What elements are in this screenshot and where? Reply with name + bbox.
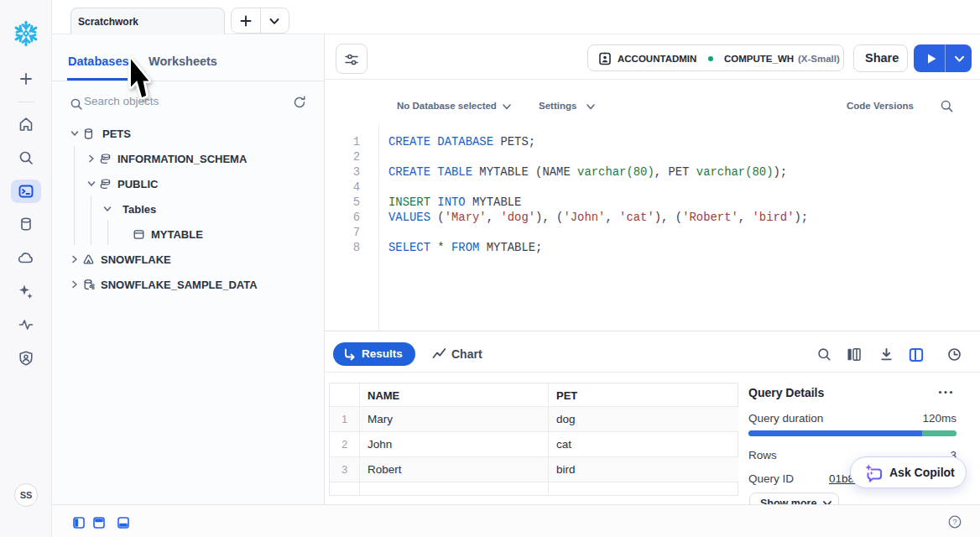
svg-text:?: ? <box>952 517 957 526</box>
